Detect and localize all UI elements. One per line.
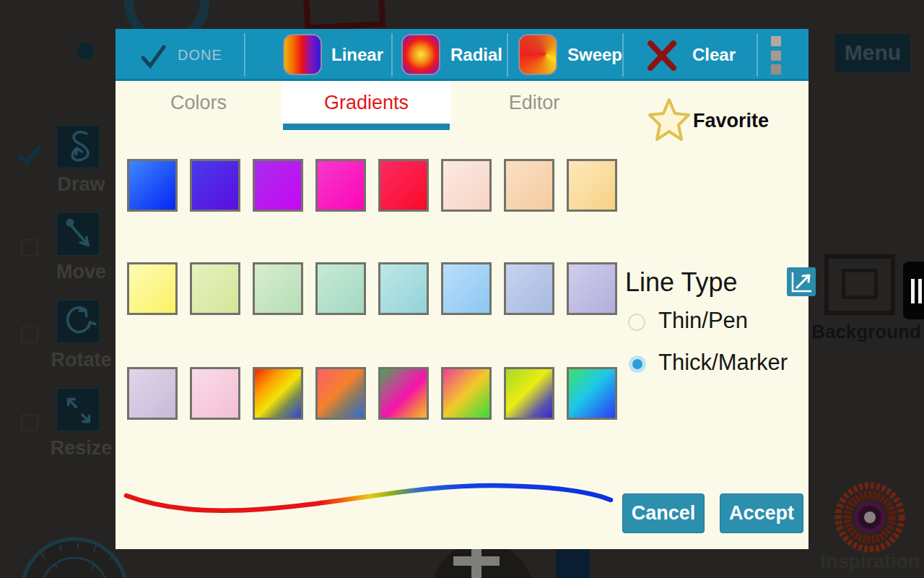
vertical-ellipsis-icon [771, 36, 781, 46]
rotate-arrows-icon [57, 301, 100, 344]
tool-rotate-button[interactable] [56, 300, 100, 343]
line-chart-arrow-icon[interactable] [787, 267, 816, 296]
move-arrow-icon [57, 213, 100, 256]
accept-button[interactable]: Accept [720, 493, 803, 533]
tool-move-button[interactable] [56, 212, 100, 256]
gradient-swatch[interactable] [504, 159, 554, 212]
draw-checked-checkbox[interactable] [17, 143, 42, 168]
draw-squiggle-icon [57, 126, 100, 169]
favorite-button[interactable]: Favorite [693, 110, 769, 132]
gradient-swatch[interactable] [315, 367, 366, 420]
gradient-swatch[interactable] [441, 367, 492, 420]
resize-checkbox[interactable] [21, 414, 38, 431]
gradient-swatch[interactable] [190, 159, 240, 212]
move-checkbox[interactable] [21, 239, 38, 256]
canvas-swatch-shape [556, 547, 590, 578]
pause-handle-icon [911, 279, 915, 303]
background-thumbnail-inner [842, 269, 878, 299]
tool-rotate-label: Rotate [36, 349, 126, 371]
panel-drag-handle[interactable] [903, 262, 924, 319]
gradient-swatch[interactable] [253, 262, 303, 315]
pause-handle-icon [918, 279, 922, 303]
clear-x-icon[interactable] [647, 40, 677, 71]
thick-marker-label[interactable]: Thick/Marker [658, 350, 788, 376]
gradient-swatch[interactable] [567, 159, 617, 212]
thin-pen-radio[interactable] [628, 314, 645, 331]
active-tab-underline [283, 124, 450, 130]
tool-move-label: Move [36, 261, 126, 283]
gradient-swatch[interactable] [378, 367, 429, 420]
stroke-preview-wave [116, 434, 808, 549]
gradient-swatch[interactable] [378, 262, 429, 315]
sweep-mode-button[interactable]: Sweep [567, 29, 622, 81]
gradient-swatch[interactable] [127, 262, 178, 315]
background-label: Background [807, 321, 924, 343]
tool-resize-label: Resize [36, 437, 126, 460]
tab-editor[interactable]: Editor [480, 81, 588, 124]
tab-gradients[interactable]: Gradients [282, 81, 451, 124]
radial-gradient-icon[interactable] [401, 34, 440, 75]
star-icon[interactable] [647, 97, 692, 143]
gradient-swatch[interactable] [567, 367, 617, 420]
gradient-swatch[interactable] [190, 367, 240, 420]
gradient-swatch[interactable] [378, 159, 429, 212]
gradient-swatch[interactable] [504, 262, 554, 315]
gradient-picker-dialog: DONE Linear Radial Sweep Clear [116, 29, 808, 549]
gradient-swatch[interactable] [315, 262, 366, 315]
tool-resize-button[interactable] [56, 388, 100, 431]
toolbar-divider [757, 33, 758, 77]
canvas-frame-shape [303, 0, 386, 31]
toolbar-divider [507, 33, 508, 77]
canvas-dot-shape [77, 43, 94, 59]
gradient-swatch[interactable] [127, 159, 178, 212]
menu-button[interactable]: Menu [835, 34, 910, 72]
inspiration-label: Inspiration [814, 551, 924, 573]
app-screen: Menu Draw Move Rotate Resize Background [0, 0, 924, 578]
thick-marker-radio[interactable] [629, 355, 646, 373]
done-button[interactable]: DONE [178, 29, 222, 81]
linear-gradient-icon[interactable] [283, 34, 322, 75]
vertical-ellipsis-icon [771, 51, 781, 61]
line-type-title: Line Type [625, 267, 737, 298]
gradient-swatch[interactable] [567, 262, 617, 315]
sweep-gradient-icon[interactable] [518, 34, 557, 75]
done-check-icon[interactable] [139, 42, 167, 71]
gradient-swatch[interactable] [253, 367, 303, 420]
inspiration-thumbnail[interactable] [830, 477, 910, 556]
gradient-swatch[interactable] [504, 367, 554, 420]
tool-draw-label: Draw [36, 173, 126, 196]
toolbar-divider [244, 33, 245, 77]
gradient-swatch[interactable] [190, 262, 240, 315]
radio-selected-dot [632, 359, 642, 369]
clear-button[interactable]: Clear [692, 29, 736, 81]
linear-mode-button[interactable]: Linear [331, 29, 383, 81]
gradient-swatch[interactable] [315, 159, 366, 212]
dialog-toolbar: DONE Linear Radial Sweep Clear [116, 29, 808, 81]
thin-pen-label[interactable]: Thin/Pen [658, 308, 748, 334]
rotate-checkbox[interactable] [21, 326, 38, 343]
toolbar-divider [622, 33, 624, 77]
gradient-swatch[interactable] [441, 159, 492, 212]
gradient-swatch[interactable] [127, 367, 178, 420]
resize-arrows-icon [57, 389, 100, 432]
toolbar-divider [391, 33, 393, 77]
gradient-swatch[interactable] [253, 159, 303, 212]
cancel-button[interactable]: Cancel [622, 493, 705, 533]
tool-draw-button[interactable] [56, 125, 100, 168]
overflow-menu-button[interactable] [771, 36, 781, 77]
radial-mode-button[interactable]: Radial [450, 29, 502, 81]
vertical-ellipsis-icon [771, 64, 781, 74]
tab-colors[interactable]: Colors [144, 81, 253, 124]
plus-icon [453, 556, 500, 566]
gradient-swatch[interactable] [441, 262, 492, 315]
